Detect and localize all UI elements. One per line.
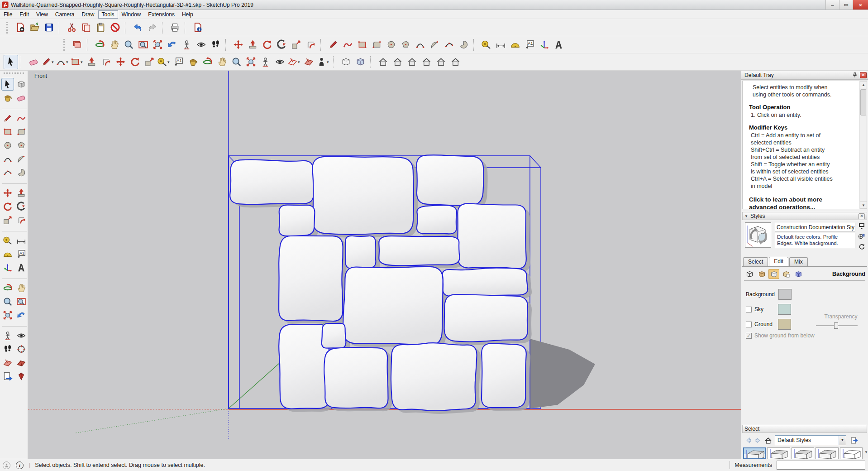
two-point-arc-icon[interactable] xyxy=(15,153,28,165)
stone[interactable] xyxy=(458,203,526,269)
slider-thumb[interactable] xyxy=(834,322,838,329)
stone[interactable] xyxy=(322,323,346,348)
stone[interactable] xyxy=(391,343,477,411)
move-icon[interactable] xyxy=(1,187,14,199)
stone[interactable] xyxy=(417,205,457,234)
menu-view[interactable]: View xyxy=(33,10,52,19)
stone[interactable] xyxy=(279,205,315,236)
stone[interactable] xyxy=(324,347,388,408)
menu-window[interactable]: Window xyxy=(118,10,145,19)
section-plane-icon[interactable]: ▾ xyxy=(287,55,301,69)
style-thumbnail[interactable] xyxy=(743,447,766,459)
scenes-icon[interactable] xyxy=(70,38,84,52)
look-around-icon[interactable] xyxy=(272,55,287,69)
face-settings-icon[interactable] xyxy=(756,269,767,279)
arc-icon[interactable] xyxy=(413,38,427,52)
background-color-swatch[interactable] xyxy=(778,289,792,300)
make-component-icon[interactable] xyxy=(15,78,28,91)
undo-icon[interactable] xyxy=(130,20,145,35)
offset-icon[interactable] xyxy=(15,214,28,226)
pie-icon[interactable] xyxy=(456,38,471,52)
look-around-icon[interactable] xyxy=(194,38,208,52)
eraser-icon[interactable] xyxy=(15,91,28,104)
update-style-icon[interactable] xyxy=(858,243,865,250)
pan-icon[interactable] xyxy=(215,55,229,69)
line-icon[interactable] xyxy=(1,112,14,125)
secondary-pane-icon[interactable] xyxy=(858,222,865,230)
line-icon[interactable] xyxy=(326,38,340,52)
tab-select[interactable]: Select xyxy=(743,257,768,266)
paint-bucket-icon[interactable] xyxy=(1,91,14,104)
collapse-icon[interactable]: ▼ xyxy=(744,214,748,218)
advanced-operations-link[interactable]: Click to learn about more advanced opera… xyxy=(749,196,857,209)
stone[interactable] xyxy=(343,267,443,345)
push-pull-icon[interactable] xyxy=(84,55,99,69)
select-icon[interactable] xyxy=(4,55,18,69)
zoom-window-icon[interactable] xyxy=(15,295,28,308)
rectangle-icon[interactable] xyxy=(355,38,369,52)
delete-icon[interactable] xyxy=(108,20,122,35)
tab-mix[interactable]: Mix xyxy=(789,257,808,266)
tab-edit[interactable]: Edit xyxy=(769,257,788,267)
protractor-icon[interactable] xyxy=(1,248,14,260)
dimensions-icon[interactable] xyxy=(493,38,508,52)
style-thumbnail[interactable] xyxy=(840,447,863,459)
stone[interactable] xyxy=(482,343,526,408)
freehand-icon[interactable] xyxy=(15,112,28,125)
zoom-icon[interactable] xyxy=(229,55,243,69)
tray-close-button[interactable]: ✕ xyxy=(860,72,867,78)
display-section-fill-icon[interactable] xyxy=(1,370,14,383)
scale-icon[interactable] xyxy=(289,38,303,52)
section-plane-icon[interactable] xyxy=(15,343,28,356)
scroll-down-icon[interactable]: ▼ xyxy=(860,202,867,209)
extension-warehouse-icon[interactable] xyxy=(15,370,28,383)
view-right-icon[interactable] xyxy=(419,55,434,69)
freehand-icon[interactable] xyxy=(340,38,355,52)
circle-icon[interactable] xyxy=(1,139,14,152)
toolbar-grip[interactable] xyxy=(6,22,10,34)
text-icon[interactable]: A1 xyxy=(522,38,537,52)
redo-icon[interactable] xyxy=(145,20,159,35)
offset-icon[interactable] xyxy=(99,55,113,69)
dropdown-arrow-icon[interactable]: ▼ xyxy=(839,436,846,445)
view-top-icon[interactable] xyxy=(390,55,405,69)
menu-edit[interactable]: Edit xyxy=(16,10,33,19)
minimize-button[interactable]: – xyxy=(825,0,839,10)
pin-icon[interactable] xyxy=(852,72,858,78)
protractor-icon[interactable] xyxy=(508,38,522,52)
polygon-icon[interactable] xyxy=(15,139,28,152)
stone[interactable] xyxy=(443,268,528,297)
polygon-icon[interactable] xyxy=(398,38,413,52)
model-info-icon[interactable] xyxy=(190,20,205,35)
menu-tools[interactable]: Tools xyxy=(98,10,118,19)
look-around-icon[interactable] xyxy=(15,329,28,342)
stone[interactable] xyxy=(279,236,343,321)
zoom-window-icon[interactable] xyxy=(136,38,150,52)
axes-icon[interactable] xyxy=(537,38,551,52)
close-button[interactable]: × xyxy=(853,0,868,10)
zoom-icon[interactable] xyxy=(121,38,136,52)
toolbar-grip[interactable] xyxy=(63,39,67,51)
view-front-icon[interactable] xyxy=(405,55,419,69)
info-icon[interactable]: i xyxy=(16,461,24,469)
pie-icon[interactable] xyxy=(15,166,28,179)
rotate-icon[interactable] xyxy=(260,38,274,52)
view-iso-icon[interactable] xyxy=(376,55,390,69)
rotate-icon[interactable] xyxy=(1,200,14,213)
follow-me-icon[interactable] xyxy=(274,38,289,52)
pan-icon[interactable] xyxy=(15,282,28,294)
stone[interactable] xyxy=(444,294,528,341)
tape-measure-icon[interactable] xyxy=(479,38,493,52)
dimensions-icon[interactable] xyxy=(15,234,28,247)
menu-draw[interactable]: Draw xyxy=(78,10,98,19)
text-icon[interactable]: A1 xyxy=(15,248,28,260)
sky-checkbox[interactable] xyxy=(746,307,752,312)
line-icon[interactable]: ▾ xyxy=(41,55,55,69)
walk-icon[interactable] xyxy=(208,38,223,52)
position-camera-icon[interactable] xyxy=(1,329,14,342)
toolbar-grip[interactable] xyxy=(4,72,24,76)
zoom-previous-icon[interactable] xyxy=(165,38,179,52)
orbit-icon[interactable] xyxy=(1,282,14,294)
push-pull-icon[interactable] xyxy=(245,38,260,52)
style-thumbnail[interactable] xyxy=(767,447,790,459)
